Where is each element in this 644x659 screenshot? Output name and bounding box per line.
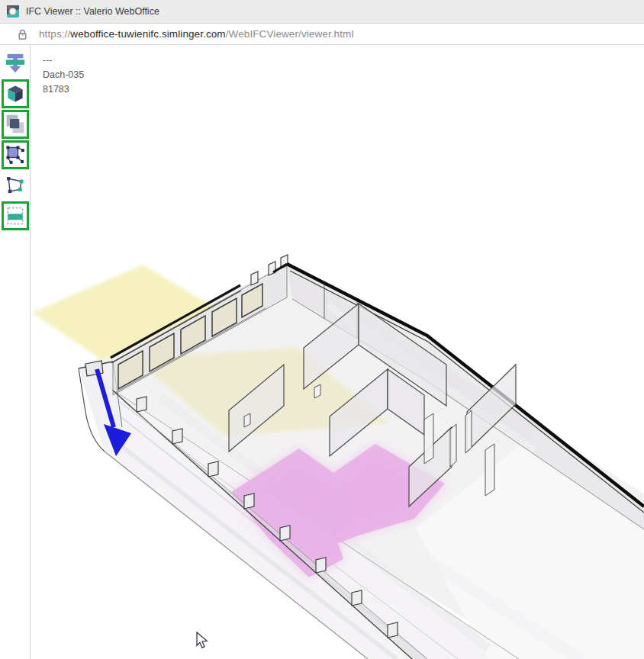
polygon-edit-icon [5,175,26,196]
viewer-area[interactable]: --- Dach-035 81783 [31,45,644,659]
import-tool-button[interactable] [2,49,29,78]
polygon-edit-tool-button[interactable] [2,171,29,200]
url-path[interactable]: /WebIFCViewer/viewer.html [226,28,354,40]
transparency-icon [5,114,26,135]
cube-icon [5,83,26,104]
transform-icon [5,144,26,166]
window-titlebar: IFC Viewer :: Valerio WebOffice [0,0,644,24]
selection-info-line2: Dach-035 [43,68,84,82]
viewer-app: --- Dach-035 81783 [0,45,644,659]
favicon-icon [7,5,19,18]
lock-icon[interactable] [18,28,27,40]
url-host[interactable]: weboffice-tuwienifc.simlinger.com [70,28,225,40]
url-text[interactable]: https://weboffice-tuwienifc.simlinger.co… [39,28,354,40]
transform-tool-button[interactable] [2,140,29,169]
section-tool-button[interactable] [2,201,29,230]
address-bar[interactable]: https://weboffice-tuwienifc.simlinger.co… [0,24,644,45]
transparency-tool-button[interactable] [2,110,29,139]
url-scheme[interactable]: https:// [39,28,70,40]
section-icon [5,205,26,227]
window-title: IFC Viewer :: Valerio WebOffice [26,6,159,17]
solid-view-tool-button[interactable] [2,79,29,108]
import-icon [4,52,27,75]
sidebar-toolbar [0,45,31,659]
selection-info: --- Dach-035 81783 [43,53,84,97]
selection-info-line1: --- [43,53,84,68]
selection-info-line3: 81783 [43,82,84,97]
